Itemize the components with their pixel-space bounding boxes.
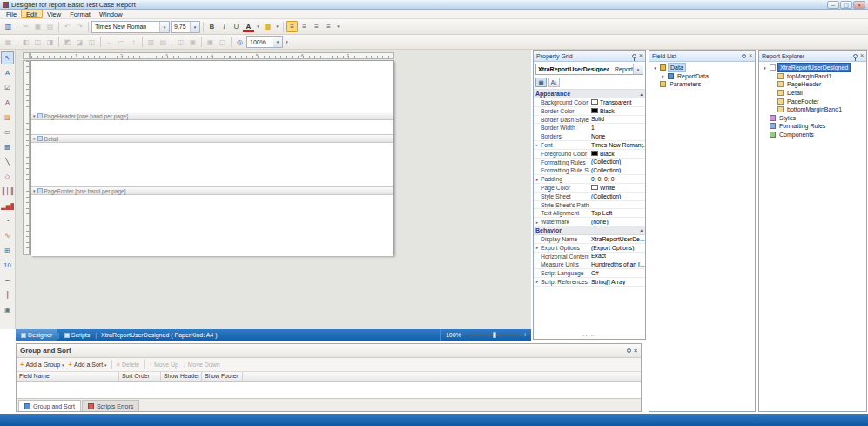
align-rights-button[interactable]: ◨ bbox=[44, 37, 56, 48]
property-row-script-references[interactable]: ▸Script ReferencesString[] Array bbox=[534, 278, 645, 287]
tree-item-formatting-rules[interactable]: Formatting Rules bbox=[759, 122, 866, 131]
property-value[interactable]: (Export Options) bbox=[589, 245, 645, 251]
align-tops-button[interactable]: ◩ bbox=[62, 37, 73, 48]
design-surface[interactable]: 1234567 ▾PageHeader [one band per page]▾… bbox=[16, 50, 531, 329]
dropdown-arrow[interactable]: ▾ bbox=[273, 37, 282, 47]
property-value[interactable]: None bbox=[589, 133, 645, 139]
pin-icon[interactable] bbox=[627, 348, 631, 353]
rich-text-tool[interactable]: A bbox=[1, 96, 14, 109]
property-row-borders[interactable]: BordersNone bbox=[534, 132, 645, 141]
property-row-style-sheet[interactable]: Style Sheet(Collection) bbox=[534, 193, 645, 201]
move-up-button[interactable]: ↑Move Up bbox=[149, 361, 178, 369]
align-center-button[interactable]: ≡ bbox=[299, 21, 310, 32]
minimize-button[interactable]: ─ bbox=[827, 1, 839, 9]
paste-button[interactable]: ▤ bbox=[44, 21, 56, 32]
report-page[interactable]: ▾PageHeader [one band per page]▾Detail▾P… bbox=[30, 60, 394, 255]
dropdown-arrow[interactable]: ▾ bbox=[159, 22, 169, 32]
property-value[interactable]: (none) bbox=[589, 219, 645, 225]
pointer-tool[interactable]: ↖ bbox=[1, 51, 14, 64]
close-icon[interactable]: × bbox=[749, 52, 752, 59]
tree-item-bottommarginband1[interactable]: bottomMarginBand1 bbox=[759, 105, 866, 114]
zoom-tool-arrow[interactable]: ▾ bbox=[284, 37, 290, 48]
dropdown-arrow[interactable]: ▾ bbox=[62, 362, 64, 368]
zoom-slider[interactable] bbox=[470, 335, 521, 335]
cut-button[interactable]: ✂ bbox=[20, 21, 31, 32]
menu-edit[interactable]: Edit bbox=[21, 10, 43, 18]
column-header-show-footer[interactable]: Show Footer bbox=[202, 372, 243, 381]
property-row-padding[interactable]: ▸Padding0; 0; 0; 0 bbox=[534, 175, 645, 184]
property-value[interactable]: (Collection) bbox=[589, 159, 645, 165]
font-color-button[interactable]: A bbox=[243, 21, 254, 32]
property-value[interactable]: White bbox=[589, 185, 645, 191]
chart-tool[interactable]: ▂▅▇ bbox=[1, 199, 14, 213]
make-same-width-button[interactable]: ↔ bbox=[104, 37, 115, 48]
tree-item-styles[interactable]: Styles bbox=[759, 114, 866, 123]
menu-view[interactable]: View bbox=[43, 10, 65, 18]
pivot-grid-tool[interactable]: ⊞ bbox=[1, 244, 14, 257]
close-icon[interactable]: × bbox=[860, 52, 864, 59]
expand-icon[interactable]: ▾ bbox=[652, 65, 658, 71]
undo-button[interactable]: ↶ bbox=[62, 21, 73, 32]
collapse-icon[interactable]: ▴ bbox=[640, 227, 643, 233]
font-size-combo[interactable]: 9,75▾ bbox=[171, 21, 200, 33]
shape-tool[interactable]: ◇ bbox=[1, 170, 14, 183]
align-bottoms-button[interactable]: ◫ bbox=[86, 37, 98, 48]
move-down-button[interactable]: ↓Move Down bbox=[183, 361, 220, 369]
copy-button[interactable]: ▣ bbox=[32, 21, 44, 32]
band-content-pagefooter[interactable] bbox=[31, 195, 393, 230]
snap-to-grid-button[interactable]: ▦ bbox=[3, 37, 14, 48]
font-color-arrow[interactable]: ▾ bbox=[255, 21, 261, 32]
zoom-slider-thumb[interactable] bbox=[493, 332, 496, 338]
property-row-measure-units[interactable]: Measure UnitsHundredths of an I... bbox=[534, 260, 645, 269]
menu-file[interactable]: File bbox=[2, 10, 21, 18]
property-value[interactable]: XtraReportUserDe... bbox=[589, 236, 645, 242]
property-row-page-color[interactable]: Page ColorWhite bbox=[534, 184, 645, 193]
table-tool[interactable]: ▦ bbox=[1, 140, 14, 153]
band-header-pagefooter[interactable]: ▾PageFooter [one band per page] bbox=[31, 186, 393, 195]
center-vertically-button[interactable]: ▣ bbox=[187, 37, 198, 48]
close-icon[interactable]: × bbox=[634, 348, 637, 355]
band-header-pageheader[interactable]: ▾PageHeader [one band per page] bbox=[31, 112, 393, 120]
tab-scripts[interactable]: Scripts bbox=[59, 329, 95, 341]
align-lefts-button[interactable]: ◧ bbox=[20, 37, 31, 48]
property-value[interactable]: (Collection) bbox=[589, 167, 645, 173]
expand-icon[interactable]: ▸ bbox=[534, 245, 541, 250]
panel-tool[interactable]: ▭ bbox=[1, 125, 14, 139]
pin-icon[interactable] bbox=[632, 54, 636, 58]
property-row-border-width[interactable]: Border Width1 bbox=[534, 124, 645, 132]
tree-item-data[interactable]: ▾Data bbox=[649, 64, 755, 72]
bring-to-front-button[interactable]: ▣ bbox=[205, 37, 216, 48]
property-value[interactable]: Black bbox=[589, 151, 645, 157]
tab-scripts-errors[interactable]: Scripts Errors bbox=[82, 400, 139, 411]
property-row-border-color[interactable]: Border ColorBlack bbox=[534, 107, 645, 116]
dropdown-arrow[interactable]: ▾ bbox=[104, 362, 107, 368]
expand-icon[interactable]: ▸ bbox=[534, 220, 541, 225]
delete-button[interactable]: ×Delete bbox=[117, 361, 140, 369]
font-name-combo[interactable]: Times New Roman▾ bbox=[91, 21, 170, 33]
horizontal-spacing-button[interactable]: ▥ bbox=[145, 37, 157, 48]
categorized-view-button[interactable]: ▦ bbox=[535, 78, 547, 87]
align-left-button[interactable]: ≡ bbox=[286, 21, 298, 32]
add-sort-button[interactable]: +Add a Sort▾ bbox=[69, 361, 107, 369]
make-same-height-button[interactable]: ↕ bbox=[128, 37, 139, 48]
property-row-text-alignment[interactable]: Text AlignmentTop Left bbox=[534, 209, 645, 218]
property-row-foreground-color[interactable]: Foreground ColorBlack bbox=[534, 150, 645, 159]
tree-item-topmarginband1[interactable]: topMarginBand1 bbox=[759, 72, 866, 81]
zoom-in-button[interactable]: + bbox=[523, 332, 527, 338]
pin-icon[interactable] bbox=[853, 54, 858, 58]
column-header-show-header[interactable]: Show Header bbox=[161, 372, 202, 381]
align-right-button[interactable]: ≡ bbox=[311, 21, 322, 32]
dropdown-arrow[interactable]: ▾ bbox=[633, 64, 643, 74]
vertical-spacing-button[interactable]: ▤ bbox=[158, 37, 169, 48]
barcode-tool[interactable]: ║│║ bbox=[1, 185, 14, 198]
category-appearance[interactable]: Appearance▴ bbox=[534, 90, 645, 98]
property-value[interactable]: C# bbox=[589, 270, 645, 276]
tree-item-detail[interactable]: Detail bbox=[759, 89, 866, 98]
group-and-sort-grid[interactable] bbox=[17, 382, 641, 398]
expand-icon[interactable]: ▸ bbox=[660, 73, 666, 78]
zoom-combo[interactable]: 100%▾ bbox=[246, 36, 283, 48]
tree-item-reportdata[interactable]: ▸ReportData bbox=[649, 72, 755, 81]
label-tool[interactable]: A bbox=[1, 66, 14, 79]
redo-button[interactable]: ↷ bbox=[74, 21, 85, 32]
tree-item-pageheader[interactable]: PageHeader bbox=[759, 80, 866, 89]
